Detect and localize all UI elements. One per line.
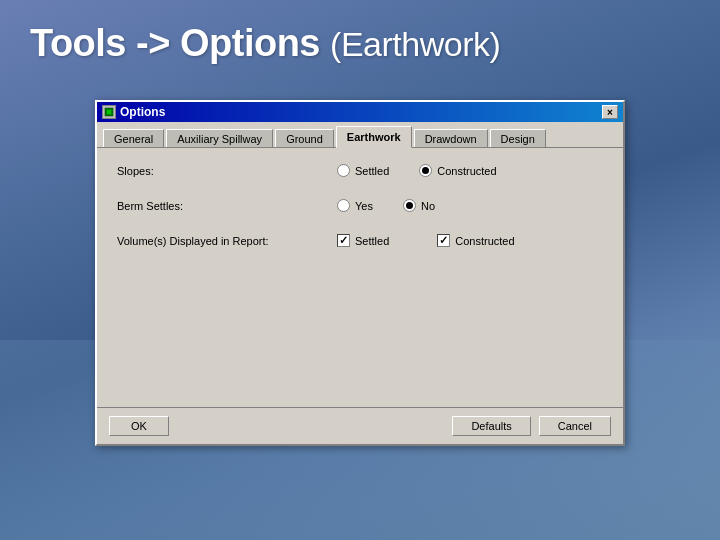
tab-earthwork[interactable]: Earthwork xyxy=(336,126,412,148)
vol-settled-option[interactable]: ✓ Settled xyxy=(337,234,389,247)
slopes-options: Settled Constructed xyxy=(337,164,497,177)
dialog-icon xyxy=(102,105,116,119)
tab-auxiliary-spillway[interactable]: Auxiliary Spillway xyxy=(166,129,273,147)
options-dialog: Options × General Auxiliary Spillway Gro… xyxy=(95,100,625,446)
vol-constructed-label: Constructed xyxy=(455,235,514,247)
berm-yes-label: Yes xyxy=(355,200,373,212)
vol-settled-checkbox[interactable]: ✓ xyxy=(337,234,350,247)
tab-general[interactable]: General xyxy=(103,129,164,147)
vol-constructed-checkbox[interactable]: ✓ xyxy=(437,234,450,247)
page-title: Tools -> Options (Earthwork) xyxy=(30,22,500,65)
ok-button[interactable]: OK xyxy=(109,416,169,436)
svg-rect-1 xyxy=(107,110,111,114)
slopes-settled-label: Settled xyxy=(355,165,389,177)
berm-settles-row: Berm Settles: Yes No xyxy=(117,199,603,212)
berm-yes-option[interactable]: Yes xyxy=(337,199,373,212)
berm-yes-radio[interactable] xyxy=(337,199,350,212)
footer-right-buttons: Defaults Cancel xyxy=(452,416,611,436)
dialog-title: Options xyxy=(120,105,165,119)
berm-options: Yes No xyxy=(337,199,435,212)
titlebar-left: Options xyxy=(102,105,165,119)
slopes-constructed-option[interactable]: Constructed xyxy=(419,164,496,177)
page-subtitle: (Earthwork) xyxy=(330,25,500,63)
page-title-text: Tools -> Options xyxy=(30,22,320,64)
berm-settles-label: Berm Settles: xyxy=(117,200,337,212)
slopes-label: Slopes: xyxy=(117,165,337,177)
vol-settled-label: Settled xyxy=(355,235,389,247)
close-button[interactable]: × xyxy=(602,105,618,119)
tab-design[interactable]: Design xyxy=(490,129,546,147)
vol-constructed-option[interactable]: ✓ Constructed xyxy=(437,234,514,247)
dialog-content: Slopes: Settled Constructed Berm Settles… xyxy=(97,147,623,407)
slopes-settled-radio[interactable] xyxy=(337,164,350,177)
cancel-button[interactable]: Cancel xyxy=(539,416,611,436)
berm-no-radio[interactable] xyxy=(403,199,416,212)
slopes-settled-option[interactable]: Settled xyxy=(337,164,389,177)
defaults-button[interactable]: Defaults xyxy=(452,416,530,436)
volumes-row: Volume(s) Displayed in Report: ✓ Settled… xyxy=(117,234,603,247)
slopes-constructed-radio[interactable] xyxy=(419,164,432,177)
slopes-row: Slopes: Settled Constructed xyxy=(117,164,603,177)
dialog-footer: OK Defaults Cancel xyxy=(97,407,623,444)
tab-ground[interactable]: Ground xyxy=(275,129,334,147)
volumes-options: ✓ Settled ✓ Constructed xyxy=(337,234,515,247)
tab-drawdown[interactable]: Drawdown xyxy=(414,129,488,147)
volumes-label: Volume(s) Displayed in Report: xyxy=(117,235,337,247)
berm-no-option[interactable]: No xyxy=(403,199,435,212)
tab-strip: General Auxiliary Spillway Ground Earthw… xyxy=(97,122,623,147)
berm-no-label: No xyxy=(421,200,435,212)
slopes-constructed-label: Constructed xyxy=(437,165,496,177)
dialog-titlebar: Options × xyxy=(97,102,623,122)
